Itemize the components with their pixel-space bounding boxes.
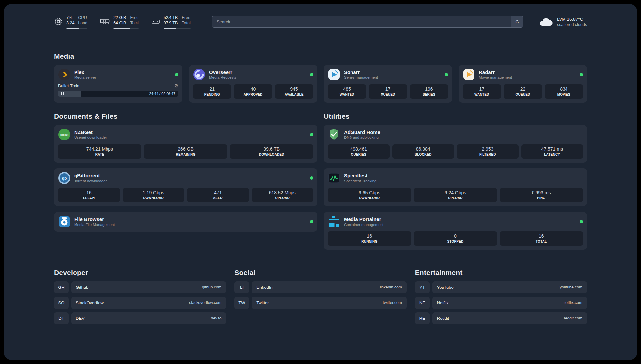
- section-documents: Documents & Files nzbget NZBGet Usenet d…: [54, 112, 317, 232]
- section-title-media: Media: [54, 52, 587, 60]
- service-subtitle: Movie management: [479, 76, 512, 79]
- service-card-filebrowser[interactable]: File Browser Media File Management: [54, 212, 317, 232]
- search-input[interactable]: [212, 16, 523, 28]
- svg-text:nzbget: nzbget: [60, 133, 69, 136]
- service-title: Radarr: [479, 69, 512, 75]
- status-dot: [310, 133, 313, 136]
- service-subtitle: Media File Management: [74, 223, 115, 227]
- stat-tile: 266 GB REMAINING: [144, 144, 228, 159]
- service-title: NZBGet: [74, 129, 107, 135]
- filebrowser-icon: [58, 215, 71, 228]
- stat-tile: 16 TOTAL: [500, 231, 583, 246]
- search-engine-button[interactable]: G: [511, 16, 523, 27]
- section-title-developer: Developer: [54, 269, 226, 277]
- section-entertainment: Entertainment YT YouTube youtube.com NF …: [415, 269, 587, 324]
- section-media: Media Plex Media server Bullet Train: [54, 52, 587, 103]
- service-card-overseerr[interactable]: Overseerr Media Requests 21 PENDING 40 A…: [189, 65, 317, 103]
- link-stackoverflow[interactable]: SO StackOverflow stackoverflow.com: [54, 297, 226, 309]
- service-card-nzbget[interactable]: nzbget NZBGet Usenet downloader 744.21 M…: [54, 125, 317, 163]
- service-card-speedtest[interactable]: Speedtest Speedtest Tracking 9.65 Gbps D…: [324, 168, 587, 206]
- stat-tile: 40 APPROVED: [234, 84, 272, 99]
- overseerr-icon: [193, 68, 205, 81]
- status-dot: [310, 220, 313, 223]
- weather-widget: Lviv, 16.87°C scattered clouds: [538, 16, 587, 27]
- link-twitter[interactable]: TW Twitter twitter.com: [234, 297, 406, 309]
- stat-tile: 744.21 Mbps RATE: [58, 144, 141, 159]
- link-netflix[interactable]: NF Netflix netflix.com: [415, 297, 587, 309]
- service-title: AdGuard Home: [344, 129, 380, 135]
- link-abbr: NF: [415, 297, 430, 309]
- disk-total-label: Total: [182, 20, 190, 26]
- link-abbr: TW: [234, 297, 249, 309]
- disk-icon: [151, 18, 160, 26]
- service-subtitle: Torrent downloader: [74, 179, 107, 183]
- memory-icon: [100, 18, 110, 26]
- memory-widget: 22 GiB 64 GiB Free Total: [100, 15, 139, 29]
- cpu-meter: [66, 28, 87, 29]
- service-title: Sonarr: [344, 69, 378, 75]
- service-title: Overseerr: [209, 69, 236, 75]
- service-subtitle: Container management: [344, 223, 383, 227]
- service-card-plex[interactable]: Plex Media server Bullet Train ⚙ 24:44 /…: [54, 65, 182, 103]
- stat-tile: 0 STOPPED: [414, 231, 497, 246]
- header-divider: [54, 37, 587, 37]
- status-dot: [580, 73, 583, 76]
- status-dot: [175, 73, 178, 76]
- stat-tile: 47.571 ms LATENCY: [521, 144, 583, 159]
- playback-time: 24:44 / 02:06:47: [149, 92, 175, 96]
- cpu-usage-label: CPU: [78, 15, 87, 20]
- status-dot: [445, 73, 448, 76]
- service-subtitle: Speedtest Tracking: [344, 179, 376, 183]
- portainer-icon: [328, 215, 340, 228]
- section-developer: Developer GH Github github.com SO StackO…: [54, 269, 226, 324]
- service-card-radarr[interactable]: Radarr Movie management 17 WANTED 22 QUE…: [459, 65, 587, 103]
- service-subtitle: Series management: [344, 76, 378, 79]
- stat-tile: 498,461 QUERIES: [328, 144, 390, 159]
- service-title: Speedtest: [344, 173, 376, 178]
- cpu-widget: 7% 3.24 CPU Load: [54, 15, 87, 29]
- memory-free-label: Free: [130, 15, 138, 20]
- service-title: Plex: [74, 69, 96, 75]
- link-abbr: GH: [54, 281, 69, 293]
- stat-tile: 9.24 Gbps UPLOAD: [414, 188, 497, 202]
- cpu-load-value: 3.24: [66, 20, 74, 26]
- disk-free-value: 52.4 TB: [164, 15, 178, 20]
- service-card-adguard[interactable]: AdGuard Home DNS and adblocking 498,461 …: [324, 125, 587, 163]
- playback-progress-bar[interactable]: 24:44 / 02:06:47: [58, 91, 178, 97]
- link-dev[interactable]: DT DEV dev.to: [54, 312, 226, 324]
- link-reddit[interactable]: RE Reddit reddit.com: [415, 312, 587, 324]
- service-card-sonarr[interactable]: Sonarr Series management 485 WANTED 17 Q…: [324, 65, 452, 103]
- stat-tile: 22 QUEUED: [504, 84, 542, 99]
- disk-meter: [164, 28, 191, 29]
- link-abbr: YT: [415, 281, 430, 293]
- dashboard: 7% 3.24 CPU Load: [4, 4, 637, 360]
- sonarr-icon: [328, 68, 340, 81]
- memory-meter: [113, 28, 139, 29]
- svg-text:qb: qb: [62, 176, 67, 180]
- disk-total-value: 97.9 TB: [164, 20, 178, 26]
- nzbget-icon: nzbget: [58, 128, 71, 141]
- service-subtitle: Media server: [74, 76, 96, 79]
- gear-icon[interactable]: ⚙: [174, 83, 178, 88]
- service-card-qbittorrent[interactable]: qb qBittorrent Torrent downloader 16 LEE…: [54, 168, 317, 206]
- link-github[interactable]: GH Github github.com: [54, 281, 226, 293]
- cpu-load-label: Load: [78, 20, 87, 26]
- section-title-social: Social: [234, 269, 406, 277]
- stat-tile: 2,953 FILTERED: [457, 144, 519, 159]
- stat-tile: 39.6 TB DOWNLOADED: [230, 144, 313, 159]
- search-box: G: [212, 16, 523, 28]
- stat-tile: 1.19 Gbps DOWNLOAD: [123, 188, 185, 202]
- stat-tile: 21 PENDING: [193, 84, 231, 99]
- link-abbr: DT: [54, 312, 69, 324]
- service-title: File Browser: [74, 216, 115, 222]
- service-subtitle: DNS and adblocking: [344, 136, 380, 139]
- stat-tile: 16 LEECH: [58, 188, 120, 202]
- link-abbr: SO: [54, 297, 69, 309]
- link-linkedin[interactable]: LI LinkedIn linkedin.com: [234, 281, 406, 293]
- section-title-utilities: Utilities: [324, 112, 587, 120]
- now-playing-track: Bullet Train: [58, 83, 79, 88]
- service-card-portainer[interactable]: Media Portainer Container management 16 …: [324, 212, 587, 250]
- memory-total-label: Total: [130, 20, 138, 26]
- pause-icon[interactable]: [61, 92, 64, 95]
- link-youtube[interactable]: YT YouTube youtube.com: [415, 281, 587, 293]
